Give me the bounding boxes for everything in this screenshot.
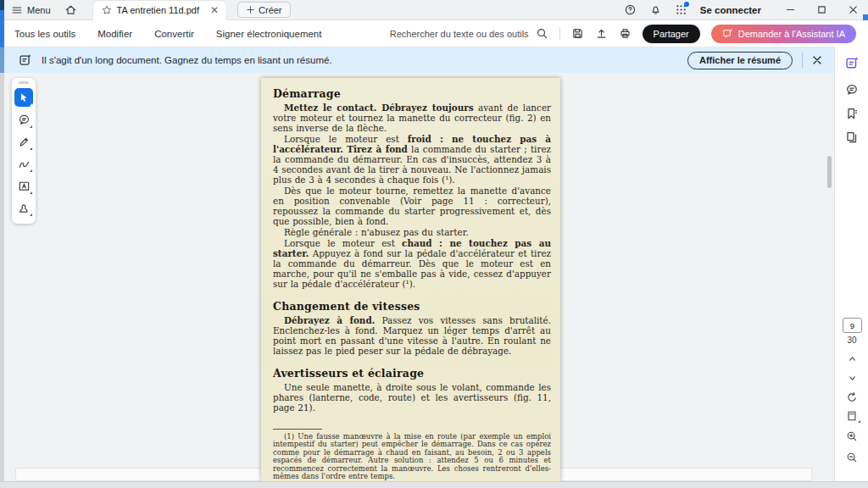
menu-modifier[interactable]: Modifier [97,29,132,39]
menu-signer[interactable]: Signer électroniquement [216,29,322,39]
ai-assistant-label: Demander à l'Assistant IA [738,29,845,39]
home-icon [64,3,77,16]
help-icon[interactable] [624,3,637,16]
zoom-out-icon [846,452,858,463]
page-view-button[interactable] [842,408,862,424]
summary-notification-bar: Il s'agit d'un long document. Gagnez du … [4,47,834,73]
hamburger-icon [11,4,23,16]
menu-button[interactable]: Menu [4,0,58,19]
tab-title: TA entretien 11d.pdf [117,5,199,15]
show-summary-button[interactable]: Afficher le résumé [687,52,793,69]
document-tab[interactable]: TA entretien 11d.pdf ✕ [92,0,228,20]
search-field[interactable] [385,27,548,40]
create-label: Créer [259,5,282,15]
add-text-tool-button[interactable] [14,176,33,195]
search-input[interactable] [385,28,531,40]
current-page-input[interactable] [843,318,862,333]
paragraph: Lorsque le moteur est froid : ne touchez… [273,134,551,185]
taskbar-text-sliver: ▪▪▪▪▪▪▪▪▪▪▪▪▪▪ [93,484,203,487]
comment-bubble-icon [18,114,31,126]
print-icon[interactable] [619,27,632,40]
section-heading: Démarrage [273,87,551,100]
divider [559,27,560,41]
share-label: Partager [654,29,689,39]
maximize-icon[interactable] [817,5,826,14]
paragraph: Règle générale : n'abusez pas du starter… [273,227,551,237]
select-tool-button[interactable] [14,88,33,107]
page-thumbnails-panel-button[interactable] [842,127,862,147]
taskbar-text-sliver: ▪▪▪▪▪▪▪▪ [19,484,78,487]
pdf-page: Démarrage Mettez le contact. Débrayez to… [261,78,560,481]
zoom-in-icon [846,430,858,442]
pages-icon [845,130,859,144]
upload-icon[interactable] [595,27,608,40]
rotate-page-button[interactable] [842,389,862,406]
footnote: (1) Une fausse manœuvre à la mise en rou… [273,433,551,480]
next-page-button[interactable] [842,369,862,386]
tab-close-icon[interactable]: ✕ [209,4,220,16]
paragraph: Dès que le moteur tourne, remettez la ma… [273,186,551,226]
total-pages-label: 30 [835,336,868,345]
quick-tools-panel [12,78,36,224]
chevron-down-icon [847,373,858,384]
paragraph: Débrayez à fond. Passez vos vitesses san… [273,315,551,356]
title-bar: Menu TA entretien 11d.pdf ✕ Créer [4,0,868,20]
create-button[interactable]: Créer [237,2,291,18]
plus-icon [246,5,255,14]
footnote-separator [273,429,322,430]
acrobat-window: Menu TA entretien 11d.pdf ✕ Créer [0,0,868,488]
bookmark-icon [845,107,859,120]
search-icon [536,27,548,40]
stamp-icon [18,202,31,214]
previous-page-button[interactable] [842,350,862,367]
cursor-arrow-icon [18,92,30,103]
chevron-up-icon [847,353,858,364]
highlight-tool-button[interactable] [14,132,33,151]
menu-label: Menu [27,5,51,15]
sign-in-button[interactable]: Se connecter [700,5,761,15]
paragraph: Mettez le contact. Débrayez toujours ava… [273,103,551,133]
menu-convertir[interactable]: Convertir [154,29,194,39]
main-toolbar: Tous les outils Modifier Convertir Signe… [4,20,868,47]
pen-icon [18,136,31,148]
document-viewport: Démarrage Mettez le contact. Débrayez to… [4,73,834,481]
stamp-tool-button[interactable] [14,198,33,217]
notification-close-icon[interactable] [812,55,822,65]
bottom-window-edge: ▪▪▪▪▪▪▪▪ ▪▪▪▪▪▪▪▪▪▪▪▪▪▪ [0,481,868,488]
save-icon[interactable] [571,27,584,40]
page-view-icon [846,410,858,422]
notification-message: Il s'agit d'un long document. Gagnez du … [42,55,332,65]
drag-handle[interactable] [19,81,29,84]
share-button[interactable]: Partager [643,25,700,43]
close-window-icon[interactable] [849,5,858,14]
apps-grid-icon[interactable] [675,3,687,16]
rotate-icon [846,391,858,403]
text-box-icon [18,180,31,192]
comments-icon [845,83,859,97]
minimize-icon[interactable] [786,5,795,14]
divider [802,53,803,68]
paragraph: Lorsque le moteur est chaud : ne touchez… [273,238,551,289]
zoom-out-button[interactable] [842,449,862,466]
ai-chat-icon [722,28,733,39]
star-icon [102,5,112,15]
section-heading: Avertisseurs et éclairage [273,367,551,380]
comments-panel-button[interactable] [842,80,862,100]
zoom-in-button[interactable] [842,428,862,445]
bookmarks-panel-button[interactable] [842,103,862,124]
comment-tool-button[interactable] [14,110,33,129]
ai-assistant-button[interactable]: Demander à l'Assistant IA [711,25,856,43]
squiggle-icon [18,158,31,170]
summary-doc-icon [19,53,32,67]
ai-summary-panel-button[interactable] [842,53,862,73]
section-heading: Changement de vitesses [273,300,551,313]
notifications-bell-icon[interactable] [649,3,662,16]
paragraph: Une seule manette, à droite sous le vola… [273,382,551,413]
home-button[interactable] [58,0,84,19]
right-panel: 30 [834,47,868,481]
notification-dot [684,2,689,7]
menu-tous-les-outils[interactable]: Tous les outils [14,29,75,39]
vertical-scrollbar-thumb[interactable] [827,156,832,188]
ai-summary-icon [845,56,860,70]
draw-tool-button[interactable] [14,154,33,173]
